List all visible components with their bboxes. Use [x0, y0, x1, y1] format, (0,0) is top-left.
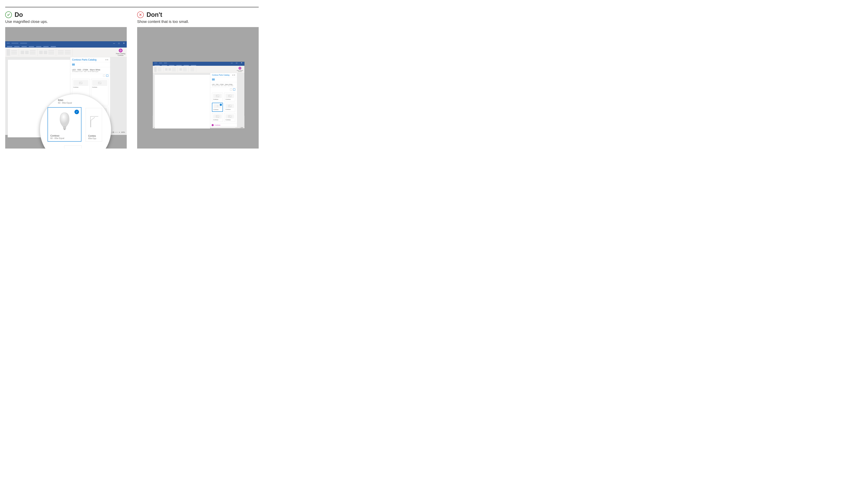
svg-point-15: [217, 116, 217, 116]
publisher-dot-icon: [212, 124, 214, 126]
ribbon-tabs: [153, 64, 244, 66]
magnified-card-partial-right[interactable]: Contos 85w Equ: [86, 108, 102, 142]
selected-check-icon: ✓: [75, 110, 79, 114]
catalog-card[interactable]: Contoso: [212, 113, 223, 122]
taskpane-search-result: LED - R30 - 2700K - Warm White 16 result…: [210, 82, 237, 88]
addin-bulb-icon: [238, 67, 241, 69]
titlebar: — □ ✕: [5, 41, 127, 45]
catalog-card[interactable]: Contoso: [224, 113, 235, 122]
ribbon: Parts Catalog Contoso: [153, 66, 244, 73]
catalog-card-selected[interactable]: ✓Contoso: [212, 103, 223, 112]
svg-point-11: [229, 95, 229, 96]
do-column: Do Use magnified close ups. — □ ✕: [5, 11, 127, 148]
selected-check-icon: ✓: [220, 104, 222, 106]
svg-point-17: [229, 116, 229, 116]
do-subtitle: Use magnified close ups.: [5, 19, 127, 24]
do-title: Do: [15, 11, 23, 18]
catalog-card[interactable]: Contoso: [224, 103, 235, 112]
hamburger-icon[interactable]: [212, 78, 215, 81]
addin-name: Parts Catalog: [116, 53, 125, 54]
taskpane: Contoso Parts Catalog ▾ ✕ LED - R30 - 27…: [210, 73, 237, 127]
taskpane-grid: Contoso Contoso ✓Contoso Contoso Contoso…: [210, 91, 237, 123]
do-mock-stage: — □ ✕ Parts Catalog: [5, 27, 127, 148]
svg-rect-6: [63, 127, 66, 129]
dont-header: Don't: [137, 11, 259, 18]
ribbon-addin-button[interactable]: Parts Catalog Contoso: [116, 49, 125, 56]
taskpane-close-icon[interactable]: ▾ ✕: [232, 74, 235, 76]
taskpane-search-result: LED - R30 - 2700K - Warm White 16 result…: [70, 67, 110, 74]
close-icon[interactable]: ✕: [122, 42, 125, 44]
svg-rect-2: [98, 82, 101, 84]
grid-view-icon[interactable]: [233, 89, 235, 91]
minimize-icon[interactable]: —: [230, 62, 233, 64]
svg-rect-7: [64, 129, 65, 130]
hamburger-icon[interactable]: [72, 63, 75, 66]
maximize-icon[interactable]: □: [235, 62, 238, 64]
svg-point-13: [229, 105, 229, 106]
ribbon: Parts Catalog Contoso: [5, 48, 127, 57]
svg-point-3: [99, 82, 99, 83]
taskpane-close-icon[interactable]: ▾ ✕: [105, 59, 108, 61]
document-page[interactable]: [155, 75, 210, 129]
dont-mock-stage: — □ ✕ Parts Catalog: [137, 27, 259, 148]
ribbon-tabs: [5, 45, 127, 48]
titlebar: — □ ✕: [153, 62, 244, 64]
close-icon[interactable]: ✕: [240, 62, 243, 64]
document-body: Contoso Parts Catalog ▾ ✕ LED - R30 - 27…: [153, 73, 244, 127]
do-dont-comparison: Do Use magnified close ups. — □ ✕: [5, 7, 259, 148]
dont-subtitle: Show content that is too small.: [137, 19, 259, 24]
dont-column: Don't Show content that is too small. — …: [137, 11, 259, 148]
word-window-small: — □ ✕ Parts Catalog: [153, 62, 244, 116]
dont-title: Don't: [146, 11, 162, 18]
magnified-card-partial-bottom: [64, 145, 81, 148]
statusbar-zoom[interactable]: − ─── + 100%: [235, 127, 243, 128]
cross-icon: [137, 11, 144, 18]
grid-view-icon[interactable]: [106, 75, 108, 77]
svg-point-9: [217, 95, 217, 96]
magnified-card-selected[interactable]: ✓ Contoso 60 - 65w Equal: [48, 107, 81, 142]
list-view-icon[interactable]: [103, 75, 105, 77]
catalog-card[interactable]: Contoso: [224, 93, 235, 101]
addin-publisher: Contoso: [116, 54, 125, 56]
checkmark-icon: [5, 11, 12, 18]
taskpane-footer: Contoso: [210, 123, 237, 127]
minimize-icon[interactable]: —: [113, 42, 116, 44]
svg-rect-0: [79, 82, 82, 84]
maximize-icon[interactable]: □: [117, 42, 120, 44]
do-header: Do: [5, 11, 127, 18]
addin-bulb-icon: [119, 49, 122, 52]
svg-point-1: [80, 82, 80, 83]
taskpane-title: Contoso Parts Catalog: [72, 58, 96, 61]
list-view-icon[interactable]: [230, 89, 232, 91]
catalog-card[interactable]: Contoso: [212, 93, 223, 101]
ribbon-addin-button[interactable]: Parts Catalog Contoso: [237, 67, 243, 72]
taskpane-title: Contoso Parts Catalog: [212, 74, 230, 76]
